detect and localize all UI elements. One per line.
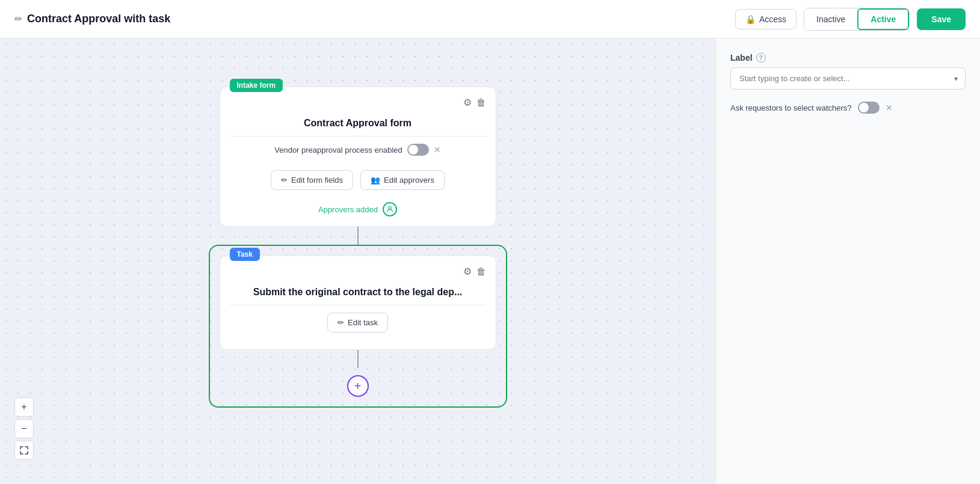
intake-badge: Intake form <box>230 79 283 92</box>
node-header-intake: ⚙ 🗑 <box>230 97 486 108</box>
intake-delete-icon[interactable]: 🗑 <box>476 97 486 108</box>
lock-icon: 🔒 <box>745 14 756 24</box>
right-panel: Label ? ▾ Ask requestors to select watch… <box>715 38 980 484</box>
access-button[interactable]: 🔒 Access <box>735 9 797 29</box>
task-node: Task ⚙ 🗑 Submit the original contract to… <box>220 256 496 350</box>
flow-canvas[interactable]: + − Intake form ⚙ 🗑 Contract <box>0 38 715 484</box>
node-header-task: ⚙ 🗑 <box>230 266 486 277</box>
task-wrapper: Task ⚙ 🗑 Submit the original contract to… <box>209 245 507 408</box>
edit-form-fields-button[interactable]: ✏ Edit form fields <box>271 170 353 190</box>
task-delete-icon[interactable]: 🗑 <box>476 266 486 277</box>
status-toggle-group: Inactive Active <box>804 8 910 31</box>
watcher-row: Ask requestors to select watchers? ✕ <box>730 102 966 114</box>
vendor-label: Vendor preapproval process enabled <box>274 146 402 155</box>
node-icons-intake: ⚙ 🗑 <box>463 97 486 108</box>
label-input-container: ▾ <box>730 67 966 90</box>
zoom-controls: + − <box>14 397 34 460</box>
vendor-close-button[interactable]: ✕ <box>434 145 441 155</box>
vendor-toggle-group: Vendor preapproval process enabled ✕ <box>274 144 440 156</box>
intake-form-node: Intake form ⚙ 🗑 Contract Approval form V… <box>220 87 496 227</box>
task-title: Submit the original contract to the lega… <box>230 284 486 305</box>
watcher-question-label: Ask requestors to select watchers? <box>730 103 852 112</box>
save-button[interactable]: Save <box>917 8 966 30</box>
approvers-icon: 👥 <box>371 176 380 185</box>
label-section-header: Label ? <box>730 53 966 63</box>
watcher-close-button[interactable]: ✕ <box>886 103 893 112</box>
label-heading: Label <box>730 53 753 63</box>
task-badge: Task <box>230 248 260 261</box>
fullscreen-button[interactable] <box>14 441 34 460</box>
header-left: ✏ Contract Approval with task <box>14 13 170 25</box>
task-actions-row: ✏ Edit task <box>230 305 486 340</box>
vendor-toggle-row: Vendor preapproval process enabled ✕ <box>230 136 486 163</box>
approver-avatar <box>383 202 397 216</box>
plus-icon: + <box>354 379 362 393</box>
intake-title: Contract Approval form <box>230 115 486 136</box>
main-layout: + − Intake form ⚙ 🗑 Contract <box>0 38 980 484</box>
edit-task-button[interactable]: ✏ Edit task <box>327 313 388 332</box>
label-input[interactable] <box>731 68 947 89</box>
pencil-icon: ✏ <box>14 13 22 25</box>
approvers-added-row: Approvers added <box>230 197 486 216</box>
task-settings-icon[interactable]: ⚙ <box>463 266 472 277</box>
form-actions-row: ✏ Edit form fields 👥 Edit approvers <box>230 163 486 197</box>
header: ✏ Contract Approval with task 🔒 Access I… <box>0 0 980 38</box>
page-title: Contract Approval with task <box>27 13 170 25</box>
add-step-button[interactable]: + <box>347 375 369 397</box>
edit-approvers-button[interactable]: 👥 Edit approvers <box>360 170 445 190</box>
edit-fields-icon: ✏ <box>281 176 288 185</box>
help-icon[interactable]: ? <box>756 53 766 63</box>
intake-settings-icon[interactable]: ⚙ <box>463 97 472 108</box>
svg-point-0 <box>389 206 392 209</box>
zoom-out-button[interactable]: − <box>14 419 34 438</box>
dropdown-arrow-icon: ▾ <box>947 69 965 89</box>
active-button[interactable]: Active <box>857 8 909 30</box>
connector-line-1 <box>357 227 359 245</box>
approvers-added-label: Approvers added <box>318 205 378 214</box>
header-right: 🔒 Access Inactive Active Save <box>735 8 966 31</box>
vendor-toggle[interactable] <box>407 144 429 156</box>
node-icons-task: ⚙ 🗑 <box>463 266 486 277</box>
edit-task-icon: ✏ <box>337 318 344 327</box>
watcher-toggle[interactable] <box>858 102 880 114</box>
connector-line-2 <box>357 350 359 368</box>
inactive-button[interactable]: Inactive <box>804 8 857 30</box>
flow-container: Intake form ⚙ 🗑 Contract Approval form V… <box>209 87 507 408</box>
zoom-in-button[interactable]: + <box>14 397 34 417</box>
